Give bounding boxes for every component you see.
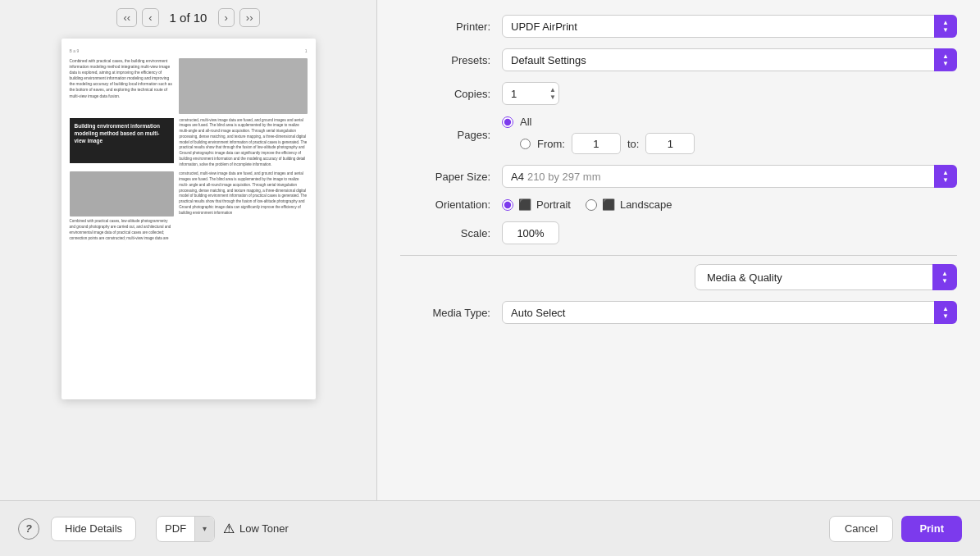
media-type-control: Auto Select ▲ ▼	[502, 301, 957, 324]
media-type-label: Media Type:	[400, 307, 490, 319]
landscape-icon: ⬛	[602, 198, 615, 211]
orientation-row: Orientation: ⬛ Portrait ⬛ Landscape	[400, 198, 957, 211]
pages-all-radio[interactable]	[502, 116, 513, 128]
landscape-option[interactable]: ⬛ Landscape	[586, 198, 672, 211]
pages-from-label: From:	[537, 138, 565, 150]
copies-spinner: ▲ ▼	[549, 87, 556, 101]
pages-from-input[interactable]	[572, 133, 621, 154]
scale-row: Scale:	[400, 221, 957, 244]
paper-size-value: A4	[511, 171, 524, 183]
last-page-button[interactable]: ››	[239, 8, 260, 27]
low-toner-area: ⚠ Low Toner	[223, 521, 289, 536]
right-panel: Printer: UPDF AirPrint ▲ ▼ Presets:	[377, 0, 980, 500]
scale-control	[502, 221, 957, 244]
hide-details-button[interactable]: Hide Details	[51, 517, 136, 541]
media-type-display[interactable]: Auto Select	[502, 301, 957, 324]
section-label: Media & Quality	[707, 271, 782, 284]
presets-select[interactable]: Default Settings	[502, 48, 957, 71]
printer-control: UPDF AirPrint ▲ ▼	[502, 15, 957, 38]
cancel-button[interactable]: Cancel	[829, 516, 893, 542]
portrait-label: Portrait	[536, 198, 571, 211]
page-count: 1 of 10	[164, 11, 213, 25]
paper-size-spin-button[interactable]: ▲ ▼	[934, 165, 957, 188]
landscape-label: Landscape	[620, 198, 672, 211]
copies-row: Copies: ▲ ▼	[400, 82, 957, 105]
portrait-radio[interactable]	[502, 199, 513, 211]
page-preview: B a 9 1 Combined with practical cases, t…	[62, 39, 316, 399]
paper-size-control: A4 210 by 297 mm ▲ ▼	[502, 165, 957, 188]
print-button[interactable]: Print	[901, 516, 962, 542]
low-toner-text: Low Toner	[239, 522, 289, 535]
pages-control: All From: to:	[502, 116, 957, 154]
pdf-label: PDF	[157, 522, 194, 535]
paper-size-wrapper: A4 210 by 297 mm ▲ ▼	[502, 165, 957, 188]
copies-input-wrapper: ▲ ▼	[502, 82, 559, 105]
orientation-control: ⬛ Portrait ⬛ Landscape	[502, 198, 957, 211]
scale-input[interactable]	[502, 221, 559, 244]
pages-all-row: All	[502, 116, 695, 128]
paper-size-sub: 210 by 297 mm	[527, 171, 601, 183]
presets-row: Presets: Default Settings ▲ ▼	[400, 48, 957, 71]
section-display[interactable]: Media & Quality	[695, 264, 957, 290]
printer-select-wrapper: UPDF AirPrint ▲ ▼	[502, 15, 957, 38]
presets-control: Default Settings ▲ ▼	[502, 48, 957, 71]
next-page-button[interactable]: ›	[218, 8, 235, 27]
printer-row: Printer: UPDF AirPrint ▲ ▼	[400, 15, 957, 38]
paper-size-row: Paper Size: A4 210 by 297 mm ▲ ▼	[400, 165, 957, 188]
printer-spin-button[interactable]: ▲ ▼	[934, 15, 957, 38]
copies-up-button[interactable]: ▲	[549, 87, 556, 93]
portrait-icon: ⬛	[518, 198, 531, 211]
bottom-actions: Cancel Print	[829, 516, 962, 542]
pages-to-label: to:	[627, 138, 639, 150]
left-panel: ‹‹ ‹ 1 of 10 › ›› B a 9 1 Combined with …	[0, 0, 377, 500]
pages-from-to-row: From: to:	[520, 133, 695, 154]
pages-area: All From: to:	[502, 116, 695, 154]
pagination-bar: ‹‹ ‹ 1 of 10 › ››	[116, 8, 259, 27]
media-type-spin-button[interactable]: ▲ ▼	[934, 301, 957, 324]
paper-size-label: Paper Size:	[400, 171, 490, 183]
media-type-value: Auto Select	[511, 307, 566, 319]
warning-icon: ⚠	[223, 521, 235, 536]
pages-range-radio[interactable]	[520, 139, 531, 149]
orientation-options: ⬛ Portrait ⬛ Landscape	[502, 198, 672, 211]
help-button[interactable]: ?	[18, 518, 39, 540]
pages-row: Pages: All From: to:	[400, 116, 957, 154]
portrait-option[interactable]: ⬛ Portrait	[502, 198, 571, 211]
section-spin-button[interactable]: ▲ ▼	[932, 264, 957, 290]
pages-to-input[interactable]	[645, 133, 695, 154]
pdf-button-wrapper[interactable]: PDF ▾	[156, 516, 215, 542]
paper-size-display[interactable]: A4 210 by 297 mm	[502, 165, 957, 188]
copies-down-button[interactable]: ▼	[549, 94, 556, 101]
first-page-button[interactable]: ‹‹	[116, 8, 137, 27]
printer-select[interactable]: UPDF AirPrint	[502, 15, 957, 38]
copies-control: ▲ ▼	[502, 82, 957, 105]
bottom-center: PDF ▾ ⚠ Low Toner	[136, 516, 829, 542]
pages-label: Pages:	[400, 129, 490, 141]
section-header-row: Media & Quality ▲ ▼	[400, 264, 957, 290]
landscape-radio[interactable]	[586, 199, 597, 211]
presets-spin-button[interactable]: ▲ ▼	[934, 48, 957, 71]
scale-label: Scale:	[400, 227, 490, 239]
prev-page-button[interactable]: ‹	[142, 8, 158, 27]
printer-label: Printer:	[400, 21, 490, 33]
presets-select-wrapper: Default Settings ▲ ▼	[502, 48, 957, 71]
bottom-bar: ? Hide Details PDF ▾ ⚠ Low Toner Cancel …	[0, 500, 980, 556]
pages-all-label: All	[520, 116, 531, 128]
pdf-chevron-button[interactable]: ▾	[194, 517, 214, 541]
media-type-row: Media Type: Auto Select ▲ ▼	[400, 301, 957, 324]
orientation-label: Orientation:	[400, 198, 490, 211]
media-type-wrapper: Auto Select ▲ ▼	[502, 301, 957, 324]
presets-label: Presets:	[400, 54, 490, 66]
section-select-wrapper: Media & Quality ▲ ▼	[695, 264, 957, 290]
copies-label: Copies:	[400, 88, 490, 100]
divider	[400, 255, 957, 256]
